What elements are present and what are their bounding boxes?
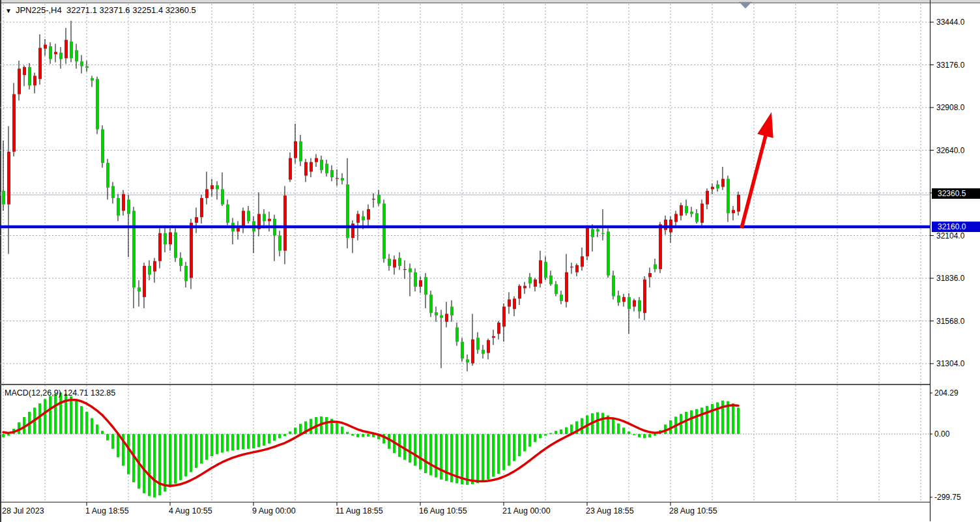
bear-candle [2, 191, 5, 205]
bull-candle [294, 141, 297, 158]
macd-histogram-bar [221, 434, 223, 453]
bear-candle [528, 277, 532, 283]
bull-candle [372, 199, 375, 199]
macd-histogram-bar [101, 431, 104, 434]
macd-histogram-bar [283, 434, 286, 436]
macd-histogram-bar [294, 428, 296, 434]
macd-histogram-bar [471, 434, 474, 484]
bear-candle [106, 163, 109, 188]
bull-candle [648, 273, 652, 277]
macd-histogram-bar [336, 422, 338, 434]
macd-histogram-bar [638, 434, 641, 437]
macd-histogram-bar [127, 434, 130, 474]
bear-candle [117, 198, 120, 216]
ohlc-open: 32271.1 [66, 5, 97, 15]
bull-candle [471, 340, 474, 364]
macd-histogram-bar [700, 407, 703, 434]
bull-candle [706, 191, 709, 205]
macd-histogram-bar [596, 413, 599, 434]
macd-histogram-bar [440, 434, 442, 480]
bull-candle [33, 76, 36, 85]
macd-histogram-bar [205, 434, 208, 460]
macd-histogram-bar [237, 434, 239, 450]
time-axis-label: 9 Aug 00:00 [252, 506, 296, 515]
bear-candle [59, 53, 63, 59]
bear-candle [466, 359, 469, 362]
bear-candle [299, 141, 302, 162]
macd-histogram-bar [414, 434, 416, 466]
bear-candle [101, 129, 104, 162]
bull-candle [304, 162, 308, 176]
bull-candle [575, 265, 579, 272]
macd-histogram-bar [612, 419, 614, 434]
macd-histogram-bar [732, 403, 734, 434]
price-axis-label: 32908.0 [936, 103, 964, 112]
bear-candle [685, 206, 688, 213]
time-axis-separator [0, 502, 930, 502]
bear-candle [377, 195, 381, 203]
bear-candle [263, 214, 266, 221]
bull-candle [7, 152, 10, 205]
macd-histogram-bar [174, 434, 177, 484]
bear-candle [91, 78, 94, 81]
macd-histogram-bar [49, 396, 51, 434]
macd-histogram-bar [555, 431, 557, 434]
macd-histogram-bar [179, 434, 182, 480]
macd-histogram-bar [544, 434, 547, 436]
bear-candle [28, 67, 31, 85]
bull-candle [497, 323, 500, 334]
bear-candle [612, 276, 615, 297]
bear-candle [216, 185, 219, 189]
bull-candle [367, 209, 370, 220]
price-chart-canvas[interactable] [0, 0, 980, 522]
macd-histogram-bar [549, 433, 552, 434]
bull-candle [23, 67, 26, 75]
macd-histogram-bar [497, 434, 500, 474]
macd-histogram-bar [158, 434, 161, 495]
bull-candle [487, 340, 490, 353]
bull-candle [502, 307, 506, 327]
macd-histogram-bar [476, 434, 479, 483]
time-axis-label: 23 Aug 18:55 [586, 506, 634, 515]
bull-candle [403, 269, 407, 270]
macd-histogram-bar [2, 434, 5, 437]
bull-candle [680, 205, 683, 216]
macd-histogram-bar [38, 403, 41, 434]
bear-candle [346, 184, 349, 238]
bear-candle [96, 79, 99, 129]
macd-histogram-bar [419, 434, 422, 470]
bull-candle [581, 256, 584, 267]
panel-separator[interactable] [0, 384, 930, 385]
macd-histogram-bar [164, 434, 166, 491]
bear-candle [341, 178, 344, 181]
macd-histogram-bar [59, 392, 62, 434]
macd-histogram-bar [111, 434, 114, 449]
price-axis-separator [930, 0, 930, 521]
bear-candle [174, 233, 177, 258]
time-axis-label: 1 Aug 18:55 [85, 506, 129, 515]
bull-candle [445, 314, 448, 322]
symbol-period-label: JPN225-,H4 [16, 5, 62, 15]
macd-histogram-bar [622, 428, 625, 434]
bear-candle [617, 295, 620, 302]
bear-candle [627, 297, 631, 309]
macd-histogram-bar [534, 434, 536, 442]
bull-candle [711, 187, 714, 190]
bear-candle [482, 350, 485, 354]
bull-candle [633, 300, 636, 307]
bull-candle [315, 158, 318, 162]
bull-candle [153, 261, 156, 272]
macd-histogram-bar [278, 434, 281, 438]
ohlc-close: 32360.5 [166, 5, 196, 15]
macd-histogram-bar [502, 434, 505, 470]
macd-indicator-label: MACD(12,26,9) 124.71 132.85 [5, 388, 115, 398]
bull-candle [659, 224, 662, 269]
bear-candle [690, 212, 693, 214]
macd-scale-label: 0.00 [934, 429, 949, 439]
macd-histogram-bar [325, 417, 328, 434]
bear-candle [325, 164, 328, 173]
macd-histogram-bar [706, 406, 708, 434]
bear-candle [148, 266, 151, 274]
symbol-dropdown-icon[interactable]: ▼ [5, 7, 12, 14]
bull-candle [732, 210, 735, 213]
